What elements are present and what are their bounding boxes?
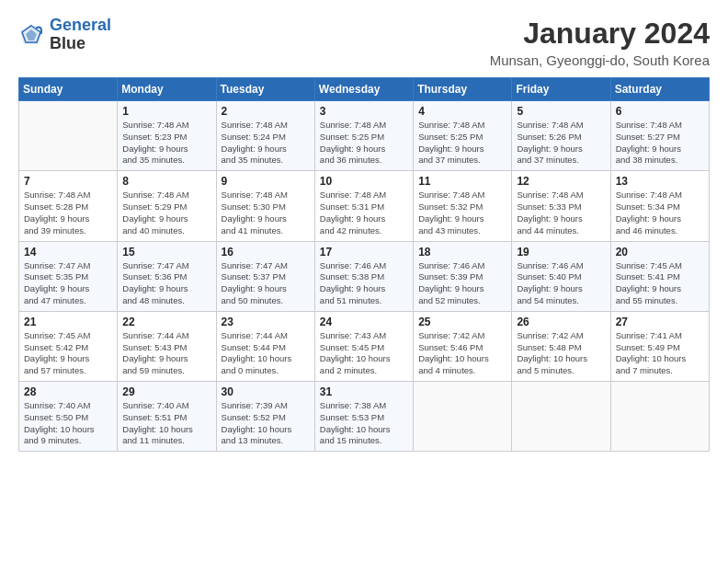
day-number: 3 xyxy=(320,105,409,118)
day-number: 11 xyxy=(418,175,507,188)
calendar-cell: 26Sunrise: 7:42 AM Sunset: 5:48 PM Dayli… xyxy=(512,311,610,381)
calendar-cell: 10Sunrise: 7:48 AM Sunset: 5:31 PM Dayli… xyxy=(314,171,413,241)
calendar-cell xyxy=(19,101,118,171)
day-number: 17 xyxy=(320,246,409,259)
calendar-cell: 20Sunrise: 7:45 AM Sunset: 5:41 PM Dayli… xyxy=(610,241,709,311)
day-number: 29 xyxy=(122,385,211,398)
calendar-cell: 7Sunrise: 7:48 AM Sunset: 5:28 PM Daylig… xyxy=(19,171,118,241)
day-number: 25 xyxy=(418,316,507,328)
day-number: 30 xyxy=(222,385,311,398)
day-detail: Sunrise: 7:48 AM Sunset: 5:33 PM Dayligh… xyxy=(517,190,606,236)
day-detail: Sunrise: 7:46 AM Sunset: 5:38 PM Dayligh… xyxy=(320,260,409,307)
logo: General Blue xyxy=(18,17,111,53)
calendar-cell: 14Sunrise: 7:47 AM Sunset: 5:35 PM Dayli… xyxy=(19,241,118,311)
day-number: 10 xyxy=(320,175,409,188)
day-number: 27 xyxy=(616,316,705,328)
calendar-cell: 23Sunrise: 7:44 AM Sunset: 5:44 PM Dayli… xyxy=(216,311,314,381)
day-number: 8 xyxy=(122,175,211,188)
day-number: 31 xyxy=(320,385,409,398)
calendar-cell: 1Sunrise: 7:48 AM Sunset: 5:23 PM Daylig… xyxy=(118,101,216,171)
day-detail: Sunrise: 7:42 AM Sunset: 5:46 PM Dayligh… xyxy=(418,330,507,377)
day-detail: Sunrise: 7:40 AM Sunset: 5:51 PM Dayligh… xyxy=(122,400,211,447)
day-number: 13 xyxy=(616,175,705,188)
day-number: 14 xyxy=(24,246,113,259)
day-number: 21 xyxy=(24,316,113,328)
calendar-cell xyxy=(414,382,512,452)
week-row-3: 14Sunrise: 7:47 AM Sunset: 5:35 PM Dayli… xyxy=(19,241,710,311)
day-number: 20 xyxy=(616,246,705,259)
day-detail: Sunrise: 7:39 AM Sunset: 5:52 PM Dayligh… xyxy=(222,400,311,447)
calendar-cell: 5Sunrise: 7:48 AM Sunset: 5:26 PM Daylig… xyxy=(512,101,610,171)
calendar-cell: 18Sunrise: 7:46 AM Sunset: 5:39 PM Dayli… xyxy=(414,241,512,311)
day-number: 2 xyxy=(222,105,311,118)
logo-line1: General xyxy=(50,16,111,34)
calendar-cell: 11Sunrise: 7:48 AM Sunset: 5:32 PM Dayli… xyxy=(414,171,512,241)
calendar-cell: 15Sunrise: 7:47 AM Sunset: 5:36 PM Dayli… xyxy=(118,241,216,311)
day-number: 15 xyxy=(122,246,211,259)
day-number: 28 xyxy=(24,385,113,398)
day-number: 5 xyxy=(517,105,606,118)
day-of-week-friday: Friday xyxy=(512,78,610,101)
day-detail: Sunrise: 7:45 AM Sunset: 5:42 PM Dayligh… xyxy=(24,330,113,377)
day-number: 19 xyxy=(517,246,606,259)
calendar-cell: 12Sunrise: 7:48 AM Sunset: 5:33 PM Dayli… xyxy=(512,171,610,241)
day-of-week-tuesday: Tuesday xyxy=(216,78,314,101)
day-of-week-wednesday: Wednesday xyxy=(314,78,413,101)
day-detail: Sunrise: 7:48 AM Sunset: 5:23 PM Dayligh… xyxy=(122,120,211,167)
day-detail: Sunrise: 7:44 AM Sunset: 5:43 PM Dayligh… xyxy=(122,330,211,377)
day-number: 7 xyxy=(24,175,113,188)
calendar-cell: 2Sunrise: 7:48 AM Sunset: 5:24 PM Daylig… xyxy=(216,101,314,171)
calendar-cell: 22Sunrise: 7:44 AM Sunset: 5:43 PM Dayli… xyxy=(118,311,216,381)
day-of-week-sunday: Sunday xyxy=(19,78,118,101)
day-detail: Sunrise: 7:48 AM Sunset: 5:28 PM Dayligh… xyxy=(24,190,113,236)
header: General Blue January 2024 Munsan, Gyeong… xyxy=(18,17,710,68)
day-number: 26 xyxy=(517,316,606,328)
day-detail: Sunrise: 7:38 AM Sunset: 5:53 PM Dayligh… xyxy=(320,400,409,447)
calendar-cell: 19Sunrise: 7:46 AM Sunset: 5:40 PM Dayli… xyxy=(512,241,610,311)
calendar-cell xyxy=(512,382,610,452)
day-number: 4 xyxy=(418,105,507,118)
calendar-cell: 6Sunrise: 7:48 AM Sunset: 5:27 PM Daylig… xyxy=(610,101,709,171)
day-detail: Sunrise: 7:48 AM Sunset: 5:26 PM Dayligh… xyxy=(517,120,606,167)
day-of-week-saturday: Saturday xyxy=(610,78,709,101)
day-number: 9 xyxy=(222,175,311,188)
day-number: 23 xyxy=(222,316,311,328)
calendar-cell: 21Sunrise: 7:45 AM Sunset: 5:42 PM Dayli… xyxy=(19,311,118,381)
calendar-cell: 24Sunrise: 7:43 AM Sunset: 5:45 PM Dayli… xyxy=(314,311,413,381)
calendar-cell: 13Sunrise: 7:48 AM Sunset: 5:34 PM Dayli… xyxy=(610,171,709,241)
location-subtitle: Munsan, Gyeonggi-do, South Korea xyxy=(490,52,710,68)
day-detail: Sunrise: 7:47 AM Sunset: 5:37 PM Dayligh… xyxy=(222,260,311,307)
day-number: 6 xyxy=(616,105,705,118)
day-detail: Sunrise: 7:48 AM Sunset: 5:25 PM Dayligh… xyxy=(418,120,507,167)
day-detail: Sunrise: 7:42 AM Sunset: 5:48 PM Dayligh… xyxy=(517,330,606,377)
day-detail: Sunrise: 7:43 AM Sunset: 5:45 PM Dayligh… xyxy=(320,330,409,377)
week-row-5: 28Sunrise: 7:40 AM Sunset: 5:50 PM Dayli… xyxy=(19,382,710,452)
calendar-cell: 17Sunrise: 7:46 AM Sunset: 5:38 PM Dayli… xyxy=(314,241,413,311)
day-detail: Sunrise: 7:44 AM Sunset: 5:44 PM Dayligh… xyxy=(222,330,311,377)
calendar-cell: 8Sunrise: 7:48 AM Sunset: 5:29 PM Daylig… xyxy=(118,171,216,241)
month-title: January 2024 xyxy=(490,17,710,51)
day-number: 1 xyxy=(122,105,211,118)
day-detail: Sunrise: 7:47 AM Sunset: 5:36 PM Dayligh… xyxy=(122,260,211,307)
day-of-week-monday: Monday xyxy=(118,78,216,101)
calendar-cell: 31Sunrise: 7:38 AM Sunset: 5:53 PM Dayli… xyxy=(314,382,413,452)
page-container: General Blue January 2024 Munsan, Gyeong… xyxy=(0,0,728,461)
day-number: 16 xyxy=(222,246,311,259)
day-detail: Sunrise: 7:40 AM Sunset: 5:50 PM Dayligh… xyxy=(24,400,113,447)
day-detail: Sunrise: 7:48 AM Sunset: 5:30 PM Dayligh… xyxy=(222,190,311,236)
day-number: 18 xyxy=(418,246,507,259)
day-detail: Sunrise: 7:48 AM Sunset: 5:24 PM Dayligh… xyxy=(222,120,311,167)
week-row-2: 7Sunrise: 7:48 AM Sunset: 5:28 PM Daylig… xyxy=(19,171,710,241)
calendar-cell xyxy=(610,382,709,452)
day-detail: Sunrise: 7:48 AM Sunset: 5:32 PM Dayligh… xyxy=(418,190,507,236)
day-detail: Sunrise: 7:48 AM Sunset: 5:34 PM Dayligh… xyxy=(616,190,705,236)
day-detail: Sunrise: 7:48 AM Sunset: 5:31 PM Dayligh… xyxy=(320,190,409,236)
week-row-4: 21Sunrise: 7:45 AM Sunset: 5:42 PM Dayli… xyxy=(19,311,710,381)
day-detail: Sunrise: 7:41 AM Sunset: 5:49 PM Dayligh… xyxy=(616,330,705,377)
day-detail: Sunrise: 7:48 AM Sunset: 5:25 PM Dayligh… xyxy=(320,120,409,167)
calendar-cell: 27Sunrise: 7:41 AM Sunset: 5:49 PM Dayli… xyxy=(610,311,709,381)
day-detail: Sunrise: 7:48 AM Sunset: 5:29 PM Dayligh… xyxy=(122,190,211,236)
calendar-header-row: SundayMondayTuesdayWednesdayThursdayFrid… xyxy=(19,78,710,101)
logo-line2: Blue xyxy=(50,35,111,53)
calendar-cell: 30Sunrise: 7:39 AM Sunset: 5:52 PM Dayli… xyxy=(216,382,314,452)
